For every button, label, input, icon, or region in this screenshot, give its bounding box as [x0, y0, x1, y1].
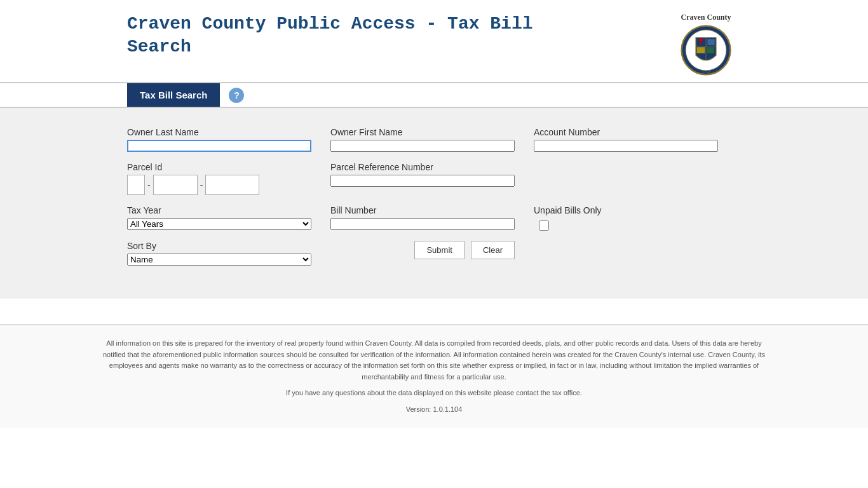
help-icon[interactable]: ? [229, 88, 244, 103]
page-header: Craven County Public Access - Tax Bill S… [0, 0, 868, 82]
county-logo: Craven County 1712 [671, 13, 741, 76]
bill-number-label: Bill Number [330, 205, 515, 215]
parcel-id-part2[interactable] [153, 175, 198, 195]
clear-button[interactable]: Clear [471, 241, 515, 259]
parcel-id-group: Parcel Id - - [127, 162, 311, 195]
owner-first-name-label: Owner First Name [330, 127, 515, 137]
footer-disclaimer: All information on this site is prepared… [95, 338, 773, 383]
account-number-input[interactable] [534, 140, 718, 152]
svg-rect-6 [707, 39, 714, 45]
parcel-id-inputs: - - [127, 175, 311, 195]
page-footer: All information on this site is prepared… [0, 324, 868, 428]
svg-rect-5 [700, 39, 702, 44]
svg-rect-8 [707, 47, 714, 53]
bill-number-input[interactable] [330, 218, 515, 230]
form-row-4: Sort By Name Bill Number Account Number … [127, 241, 741, 266]
form-row-2: Parcel Id - - Parcel Reference Number [127, 162, 741, 195]
owner-first-name-group: Owner First Name [330, 127, 515, 152]
crest-icon: 1712 [681, 25, 731, 76]
account-number-group: Account Number [534, 127, 718, 152]
parcel-id-label: Parcel Id [127, 162, 311, 172]
parcel-id-part3[interactable] [205, 175, 259, 195]
parcel-separator-2: - [200, 180, 203, 190]
parcel-reference-group: Parcel Reference Number [330, 162, 515, 187]
parcel-separator-1: - [147, 180, 151, 190]
tab-tax-bill-search[interactable]: Tax Bill Search [127, 83, 220, 107]
form-row-1: Owner Last Name Owner First Name Account… [127, 127, 741, 152]
tab-navigation: Tax Bill Search ? [0, 83, 868, 108]
search-form-area: Owner Last Name Owner First Name Account… [0, 108, 868, 299]
page-title: Craven County Public Access - Tax Bill S… [127, 13, 604, 59]
tax-year-label: Tax Year [127, 205, 311, 215]
sort-by-group: Sort By Name Bill Number Account Number [127, 241, 311, 266]
sort-by-label: Sort By [127, 241, 311, 251]
svg-rect-7 [697, 47, 705, 53]
tax-year-select[interactable]: All Years 2024 2023 2022 2021 2020 [127, 218, 311, 230]
svg-text:1712: 1712 [702, 69, 710, 74]
owner-first-name-input[interactable] [330, 140, 515, 152]
parcel-reference-label: Parcel Reference Number [330, 162, 515, 172]
footer-contact: If you have any questions about the data… [95, 388, 773, 399]
sort-by-select[interactable]: Name Bill Number Account Number [127, 254, 311, 266]
unpaid-bills-checkbox[interactable] [539, 220, 549, 231]
form-row-3: Tax Year All Years 2024 2023 2022 2021 2… [127, 205, 741, 231]
bill-number-group: Bill Number [330, 205, 515, 230]
unpaid-bills-label: Unpaid Bills Only [534, 205, 602, 215]
tax-year-group: Tax Year All Years 2024 2023 2022 2021 2… [127, 205, 311, 230]
parcel-id-part1[interactable] [127, 175, 145, 195]
parcel-reference-input[interactable] [330, 175, 515, 187]
footer-version: Version: 1.0.1.104 [95, 404, 773, 416]
submit-button[interactable]: Submit [414, 241, 464, 259]
account-number-label: Account Number [534, 127, 718, 137]
owner-last-name-input[interactable] [127, 140, 311, 152]
owner-last-name-group: Owner Last Name [127, 127, 311, 152]
unpaid-bills-group: Unpaid Bills Only [534, 205, 718, 231]
owner-last-name-label: Owner Last Name [127, 127, 311, 137]
form-buttons-group: Submit Clear [330, 241, 515, 259]
